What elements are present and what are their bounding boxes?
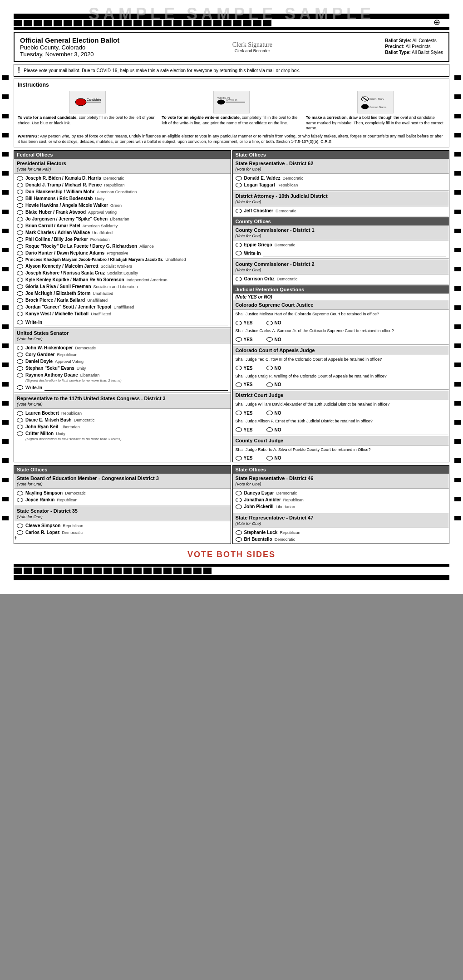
candidate-oval[interactable]	[17, 176, 23, 181]
candidate-party: Democratic	[277, 277, 298, 281]
timing-mark	[74, 20, 82, 26]
retention-question: Shall Justice Carlos A. Samour Jr. of th…	[233, 327, 449, 336]
write-in-oval[interactable]	[17, 385, 23, 390]
candidate-oval[interactable]	[17, 271, 23, 275]
candidate-party: Socialism and Liberation	[94, 284, 138, 289]
candidate-oval[interactable]	[236, 243, 242, 247]
timing-mark	[163, 568, 172, 574]
precinct-value: All Precincts	[405, 44, 430, 49]
supreme-court-header: Colorado Supreme Court Justice	[233, 300, 449, 310]
no-oval[interactable]	[266, 382, 273, 387]
candidate-name: Joseph R. Biden / Kamala D. Harris	[25, 176, 101, 181]
candidate-name: Eppie Griego	[244, 242, 272, 247]
candidate-party: Unaffiliated	[87, 298, 108, 303]
yes-oval[interactable]	[236, 427, 242, 432]
candidate-oval[interactable]	[236, 183, 242, 187]
candidate-oval[interactable]	[17, 418, 23, 422]
covid-warning: ! Please vote your mail ballot. Due to C…	[14, 64, 449, 77]
candidate-oval[interactable]	[236, 209, 242, 213]
write-in-oval[interactable]	[17, 320, 23, 324]
candidate-party: Unaffiliated	[166, 257, 186, 262]
candidate-oval[interactable]	[17, 244, 23, 249]
no-oval[interactable]	[266, 337, 273, 342]
write-in-line[interactable]	[44, 384, 227, 391]
district-court-header: District Court Judge	[233, 391, 449, 400]
timing-mark	[103, 568, 112, 574]
candidate-oval[interactable]	[17, 264, 23, 269]
candidate-oval[interactable]	[17, 530, 23, 535]
clerk-label: Clerk and Recorder	[232, 49, 272, 53]
candidate-oval[interactable]	[17, 491, 23, 495]
candidate-oval[interactable]	[17, 237, 23, 242]
candidate-oval[interactable]	[17, 431, 23, 436]
ballot-title: Official General Election Ballot Pueblo …	[20, 36, 119, 58]
candidate-oval[interactable]	[17, 284, 23, 289]
no-oval[interactable]	[266, 427, 273, 432]
no-oval[interactable]	[266, 321, 273, 325]
instruction-text-2: To vote for an eligible write-in candida…	[162, 115, 301, 126]
candidate-name: Joyce Rankin	[25, 497, 54, 502]
candidate-row: Brian Carroll / Amar Patel American Soli…	[17, 222, 228, 229]
yes-oval[interactable]	[236, 382, 242, 387]
candidate-oval[interactable]	[17, 224, 23, 228]
candidate-oval[interactable]	[236, 537, 242, 542]
state-board-ed-header: State Board of Education Member - Congre…	[14, 474, 231, 489]
candidate-oval[interactable]	[236, 530, 242, 535]
candidate-oval[interactable]	[17, 305, 23, 309]
no-oval[interactable]	[266, 456, 273, 461]
candidate-party: Democratic	[283, 176, 304, 181]
yes-no-row: YES NO	[233, 364, 449, 372]
candidate-name: Princess Khadijah Maryam Jacob-Fambro / …	[25, 257, 163, 262]
timing-mark	[173, 568, 182, 574]
no-label: NO	[275, 427, 281, 432]
candidate-row: Daneya Esgar Democratic	[236, 490, 447, 496]
candidate-oval[interactable]	[17, 203, 23, 208]
candidate-oval[interactable]	[17, 183, 23, 187]
write-in-line[interactable]	[263, 250, 446, 256]
candidate-oval[interactable]	[17, 251, 23, 255]
yes-oval[interactable]	[236, 456, 242, 461]
candidate-oval[interactable]	[236, 277, 242, 281]
timing-mark	[203, 20, 212, 26]
write-in-oval[interactable]	[236, 251, 242, 255]
candidate-oval[interactable]	[17, 210, 23, 215]
candidate-oval[interactable]	[17, 346, 23, 350]
yes-oval[interactable]	[236, 366, 242, 370]
yes-oval[interactable]	[236, 411, 242, 415]
candidate-oval[interactable]	[17, 278, 23, 282]
candidate-name: Daneya Esgar	[244, 490, 274, 495]
candidate-oval[interactable]	[17, 291, 23, 296]
candidate-row: Eppie Griego Democratic	[236, 241, 447, 248]
write-in-line[interactable]	[44, 319, 227, 325]
candidate-oval[interactable]	[236, 491, 242, 495]
candidate-party: Unity	[95, 196, 104, 201]
candidate-oval[interactable]	[236, 498, 242, 502]
candidate-oval[interactable]	[17, 373, 23, 377]
yes-item: YES	[236, 366, 253, 371]
candidate-oval[interactable]	[17, 366, 23, 371]
candidate-oval[interactable]	[17, 217, 23, 221]
candidate-oval[interactable]	[17, 190, 23, 194]
vote-both-sides-footer: VOTE BOTH SIDES	[0, 545, 463, 564]
candidate-oval[interactable]	[17, 524, 23, 528]
candidate-oval[interactable]	[236, 176, 242, 181]
candidate-oval[interactable]	[17, 425, 23, 429]
candidate-oval[interactable]	[17, 353, 23, 357]
no-oval[interactable]	[266, 411, 273, 415]
candidate-name: Brian Carroll / Amar Patel	[25, 223, 80, 228]
timing-mark	[24, 568, 32, 574]
candidate-oval[interactable]	[17, 298, 23, 303]
candidate-oval[interactable]	[17, 498, 23, 502]
state-offices-bottom-header: State Offices	[14, 466, 231, 474]
candidate-oval[interactable]	[17, 230, 23, 235]
candidate-oval[interactable]	[17, 196, 23, 201]
candidate-oval[interactable]	[17, 312, 23, 316]
yes-oval[interactable]	[236, 337, 242, 342]
yes-oval[interactable]	[236, 321, 242, 325]
candidate-oval[interactable]	[236, 505, 242, 509]
no-oval[interactable]	[266, 366, 273, 370]
candidate-oval[interactable]	[17, 411, 23, 416]
yes-no-row: YES NO	[233, 381, 449, 388]
candidate-oval[interactable]	[17, 257, 23, 262]
candidate-oval[interactable]	[17, 359, 23, 364]
